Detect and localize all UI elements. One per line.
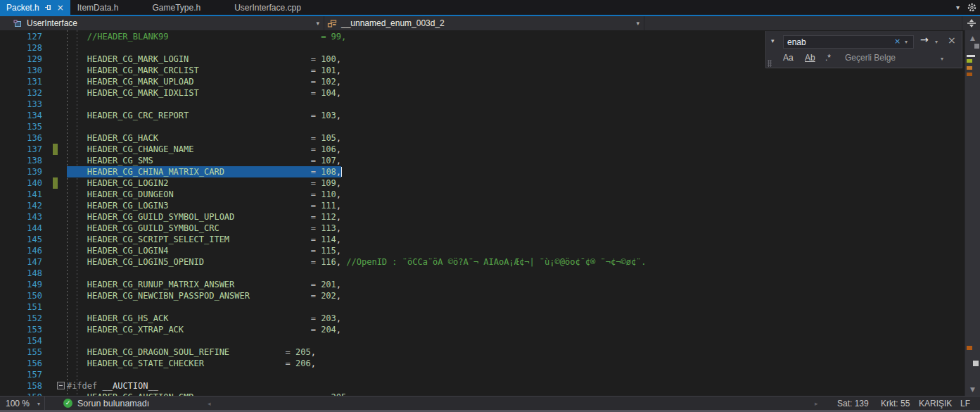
tab-userinterface-cpp[interactable]: UserInterface.cpp: [227, 0, 319, 15]
line-number[interactable]: 158: [18, 380, 42, 392]
tab-list-chevron-icon[interactable]: ▾: [956, 4, 960, 11]
line-number[interactable]: 133: [18, 99, 42, 110]
code-line-156[interactable]: 156 HEADER_CG_STATE_CHECKER = 206,: [0, 358, 965, 369]
find-panel-grip[interactable]: [768, 60, 772, 67]
status-eol-mode[interactable]: KARIŞIK: [919, 399, 952, 408]
line-number[interactable]: 136: [18, 132, 42, 144]
line-number[interactable]: 141: [18, 189, 42, 200]
member-dropdown[interactable]: __unnamed_enum_003d_2 ▾: [324, 16, 644, 30]
code-line-136[interactable]: 136 HEADER_CG_HACK = 105,: [0, 132, 965, 144]
code-line-134[interactable]: 134 HEADER_CG_CRC_REPORT = 103,: [0, 110, 965, 121]
split-window-button[interactable]: [962, 16, 980, 30]
line-number[interactable]: 131: [18, 76, 42, 87]
line-number[interactable]: 153: [18, 324, 42, 335]
line-number[interactable]: 129: [18, 54, 42, 65]
line-number[interactable]: 145: [18, 234, 42, 245]
line-number[interactable]: 137: [18, 144, 42, 155]
code-line-151[interactable]: 151: [0, 301, 965, 313]
code-line-142[interactable]: 142 HEADER_CG_LOGIN3 = 111,: [0, 200, 965, 211]
line-number[interactable]: 139: [18, 166, 42, 177]
code-line-139[interactable]: 139 HEADER_CG_CHINA_MATRIX_CARD = 108,: [0, 166, 965, 177]
status-column[interactable]: Krkt: 55: [881, 399, 910, 408]
line-number[interactable]: 135: [18, 121, 42, 132]
scroll-up-icon[interactable]: ▲: [965, 35, 980, 42]
code-line-148[interactable]: 148: [0, 268, 965, 279]
line-number[interactable]: 128: [18, 42, 42, 54]
line-number[interactable]: 143: [18, 211, 42, 223]
code-line-153[interactable]: 153 HEADER_CG_XTRAP_ACK = 204,: [0, 324, 965, 335]
code-line-137[interactable]: 137 HEADER_CG_CHANGE_NAME = 106,: [0, 144, 965, 155]
scroll-right-icon[interactable]: ▸: [815, 400, 818, 407]
line-number[interactable]: 155: [18, 347, 42, 358]
match-case-toggle[interactable]: Aa: [783, 53, 794, 63]
line-number[interactable]: 154: [18, 335, 42, 347]
line-number[interactable]: 138: [18, 155, 42, 166]
line-number[interactable]: 127: [18, 31, 42, 42]
line-number[interactable]: 156: [18, 358, 42, 369]
code-line-132[interactable]: 132 HEADER_CG_MARK_IDXLIST = 104,: [0, 87, 965, 99]
window-buttons: ▾: [956, 0, 977, 15]
code-line-143[interactable]: 143 HEADER_CG_GUILD_SYMBOL_UPLOAD = 112,: [0, 211, 965, 223]
type-dropdown[interactable]: UserInterface ▾: [11, 16, 324, 30]
ide-window: Packet.h×ItemData.hGameType.hUserInterfa…: [0, 0, 980, 412]
close-tab-icon[interactable]: ×: [57, 4, 64, 12]
tab-packet-h[interactable]: Packet.h×: [0, 0, 70, 15]
scope-chevron-icon[interactable]: ▾: [941, 56, 943, 62]
line-number[interactable]: 142: [18, 200, 42, 211]
code-line-150[interactable]: 150 HEADER_CG_NEWCIBN_PASSPOD_ANSWER = 2…: [0, 290, 965, 301]
code-line-138[interactable]: 138 HEADER_CG_SMS = 107,: [0, 155, 965, 166]
pin-icon[interactable]: [44, 4, 52, 11]
search-history-chevron-icon[interactable]: ▾: [905, 39, 908, 45]
line-number[interactable]: 151: [18, 301, 42, 313]
line-number[interactable]: 147: [18, 256, 42, 268]
vertical-scrollbar[interactable]: ▲ ▼: [965, 30, 980, 396]
find-expand-chevron-icon[interactable]: ▾: [771, 37, 775, 44]
code-line-140[interactable]: 140 HEADER_CG_LOGIN2 = 109,: [0, 177, 965, 189]
zoom-control[interactable]: 100 % ▾: [0, 397, 45, 410]
code-line-158[interactable]: 158 #ifdef __AUCTION__: [0, 380, 965, 392]
code-line-141[interactable]: 141 HEADER_CG_DUNGEON = 110,: [0, 189, 965, 200]
line-number[interactable]: 144: [18, 223, 42, 234]
code-line-135[interactable]: 135: [0, 121, 965, 132]
code-line-146[interactable]: 146 HEADER_CG_LOGIN4 = 115,: [0, 245, 965, 256]
line-number[interactable]: 130: [18, 65, 42, 76]
tab-label: GameType.h: [152, 3, 201, 13]
find-direction-chevron-icon[interactable]: ▾: [935, 39, 938, 45]
code-text: HEADER_CG_MARK_UPLOAD = 102,: [46, 76, 341, 87]
code-line-145[interactable]: 145 HEADER_CG_SCRIPT_SELECT_ITEM = 114,: [0, 234, 965, 245]
line-number[interactable]: 150: [18, 290, 42, 301]
code-line-144[interactable]: 144 HEADER_CG_GUILD_SYMBOL_CRC = 113,: [0, 223, 965, 234]
line-number[interactable]: 157: [18, 369, 42, 380]
code-line-133[interactable]: 133: [0, 99, 965, 110]
find-next-button[interactable]: →: [920, 35, 929, 44]
tab-gametype-h[interactable]: GameType.h: [145, 0, 219, 15]
code-line-131[interactable]: 131 HEADER_CG_MARK_UPLOAD = 102,: [0, 76, 965, 87]
tab-itemdata-h[interactable]: ItemData.h: [70, 0, 137, 15]
code-editor[interactable]: 127 //HEADER_BLANK99 = 99,128129 HEADER_…: [0, 30, 965, 396]
scroll-left-icon[interactable]: ◂: [208, 400, 211, 407]
scroll-down-icon[interactable]: ▼: [965, 386, 980, 393]
code-line-154[interactable]: 154: [0, 335, 965, 347]
clear-search-icon[interactable]: ×: [894, 37, 901, 45]
code-line-155[interactable]: 155 HEADER_CG_DRAGON_SOUL_REFINE = 205,: [0, 347, 965, 358]
close-find-icon[interactable]: ×: [948, 35, 956, 45]
whole-word-toggle[interactable]: Ab: [805, 53, 815, 63]
code-line-149[interactable]: 149 HEADER_CG_RUNUP_MATRIX_ANSWER = 201,: [0, 279, 965, 290]
status-eol[interactable]: LF: [960, 399, 970, 408]
line-number[interactable]: 146: [18, 245, 42, 256]
search-scope-dropdown[interactable]: Geçerli Belge: [845, 53, 896, 63]
gear-icon[interactable]: [967, 2, 977, 13]
code-line-157[interactable]: 157: [0, 369, 965, 380]
code-line-152[interactable]: 152 HEADER_CG_HS_ACK = 203,: [0, 313, 965, 324]
document-health-indicator[interactable]: ✓ Sorun bulunamadı: [63, 397, 149, 410]
scroll-thumb[interactable]: [974, 44, 979, 49]
line-number[interactable]: 149: [18, 279, 42, 290]
regex-toggle[interactable]: .*: [825, 53, 831, 63]
code-line-147[interactable]: 147 HEADER_CG_LOGIN5_OPENID = 116, //Ope…: [0, 256, 965, 268]
line-number[interactable]: 148: [18, 268, 42, 279]
status-line[interactable]: Sat: 139: [837, 399, 869, 408]
line-number[interactable]: 140: [18, 177, 42, 189]
line-number[interactable]: 152: [18, 313, 42, 324]
line-number[interactable]: 134: [18, 110, 42, 121]
line-number[interactable]: 132: [18, 87, 42, 99]
